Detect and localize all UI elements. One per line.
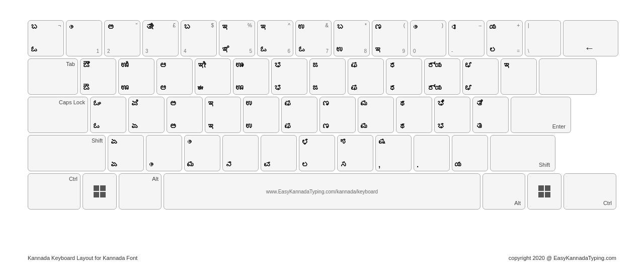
key-6[interactable]: ಇ ^ ಓ 6: [257, 20, 293, 56]
footer-right: copyright 2020 @ EasyKannadaTyping.com: [509, 255, 616, 261]
key-r[interactable]: ಇೀ ಈ: [195, 58, 231, 95]
svg-rect-3: [100, 192, 106, 197]
key-backspace[interactable]: ←: [563, 20, 618, 56]
key-p[interactable]: ರ್ಯ ರ್ಯ: [424, 58, 460, 95]
key-a[interactable]: ಓಂ ಓ: [90, 97, 126, 133]
key-semicolon[interactable]: ಭಿ ಭ: [434, 97, 470, 133]
key-t[interactable]: ಊಂ ಊ: [233, 58, 269, 95]
footer: Kannada Keyboard Layout for Kannada Font…: [28, 255, 616, 261]
key-slash[interactable]: ಯ: [452, 135, 488, 171]
key-9[interactable]: ಣ ( ಇ 9: [372, 20, 408, 56]
svg-rect-2: [94, 192, 99, 197]
key-win-right[interactable]: [527, 173, 561, 210]
key-c[interactable]: ಂ ಮ: [184, 135, 220, 171]
key-d[interactable]: ಅ ಅ: [167, 97, 203, 133]
key-comma[interactable]: ಷ ,: [375, 135, 412, 171]
key-period[interactable]: .: [414, 135, 450, 171]
key-h[interactable]: ಫ ಫ: [281, 97, 317, 133]
key-i[interactable]: ಫ ಫ: [348, 58, 384, 95]
key-y[interactable]: ಭ ಭ: [271, 58, 307, 95]
svg-rect-4: [538, 185, 544, 191]
svg-rect-0: [94, 185, 99, 191]
key-minus[interactable]: ಃ – -: [448, 20, 485, 56]
key-w[interactable]: ಊಿ ಊ: [118, 58, 154, 95]
key-equal[interactable]: ಯ + ಲ =: [487, 20, 523, 56]
key-v[interactable]: ನ: [222, 135, 259, 171]
footer-left: Kannada Keyboard Layout for Kannada Font: [28, 255, 137, 261]
key-alt-left[interactable]: Alt: [119, 173, 162, 210]
key-2[interactable]: ಅ " 2: [104, 20, 140, 56]
key-o[interactable]: ಧ ಧ: [386, 58, 422, 95]
key-j[interactable]: ಣ ಣ: [319, 97, 356, 133]
key-z[interactable]: ಏ ಏ: [108, 135, 144, 171]
key-u[interactable]: ಜ ಜ: [309, 58, 346, 95]
key-5[interactable]: ಇ % ಇೆ 5: [219, 20, 255, 56]
key-e[interactable]: ಆ ಆ: [156, 58, 193, 95]
key-8[interactable]: ಬ * ಉ 8: [334, 20, 370, 56]
key-space[interactable]: www.EasyKannadaTyping.com/kannada/keyboa…: [164, 173, 480, 210]
row-qwerty: Tab ಔಿ ಔ ಊಿ ಊ: [28, 58, 616, 95]
svg-rect-7: [545, 192, 550, 197]
key-1[interactable]: ಂ 1: [66, 20, 102, 56]
key-x[interactable]: ಂ: [146, 135, 182, 171]
windows-icon-right: [537, 184, 551, 198]
key-g[interactable]: ಉ ಉ: [243, 97, 279, 133]
row-asdf: Caps Lock ಓಂ ಓ ಏಿ ಏ: [28, 97, 616, 133]
key-m[interactable]: ಶ ಸ: [337, 135, 373, 171]
row-shift: Shift ಏ ಏ ಂ: [28, 135, 616, 171]
svg-rect-1: [100, 185, 106, 191]
svg-rect-6: [538, 192, 544, 197]
windows-icon: [93, 184, 107, 198]
key-7[interactable]: ಉ & ಓ 7: [295, 20, 332, 56]
key-n[interactable]: ಳ ಲ: [299, 135, 335, 171]
key-rbracket[interactable]: ಇ: [501, 58, 537, 95]
row-bottom: Ctrl Alt www.EasyKannadaTyping.com/kanna…: [28, 173, 616, 210]
key-tab[interactable]: Tab: [28, 58, 78, 95]
key-ctrl-left[interactable]: Ctrl: [28, 173, 80, 210]
key-shift-right[interactable]: Shift: [490, 135, 555, 171]
key-alt-right[interactable]: Alt: [482, 173, 525, 210]
key-q[interactable]: ಔಿ ಔ: [80, 58, 116, 95]
key-backslash[interactable]: | \: [525, 20, 561, 56]
key-0[interactable]: ಂ ) 0: [410, 20, 446, 56]
key-enter[interactable]: Enter: [511, 97, 571, 133]
key-l[interactable]: ಥ ಥ: [396, 97, 432, 133]
key-ctrl-right[interactable]: Ctrl: [564, 173, 616, 210]
keyboard-container: ಬ ¬ ಓ ಂ 1: [28, 20, 616, 212]
key-lbracket[interactable]: ಛ ಛ: [462, 58, 499, 95]
svg-rect-5: [545, 185, 550, 191]
key-b[interactable]: ವ: [261, 135, 297, 171]
key-quote[interactable]: ತಿ ತ: [472, 97, 509, 133]
key-capslock[interactable]: Caps Lock: [28, 97, 88, 133]
key-shift-left[interactable]: Shift: [28, 135, 106, 171]
key-4[interactable]: ಬ $ 4: [181, 20, 217, 56]
row-numbers: ಬ ¬ ಓ ಂ 1: [28, 20, 616, 56]
key-s[interactable]: ಏಿ ಏ: [128, 97, 165, 133]
key-enter-top[interactable]: [539, 58, 597, 95]
key-k[interactable]: ಮ ಮ: [358, 97, 394, 133]
key-3[interactable]: ತೀ £ 3: [142, 20, 179, 56]
key-backtick[interactable]: ಬ ¬ ಓ: [28, 20, 64, 56]
key-win-left[interactable]: [83, 173, 117, 210]
key-f[interactable]: ಇ ಇ: [205, 97, 241, 133]
